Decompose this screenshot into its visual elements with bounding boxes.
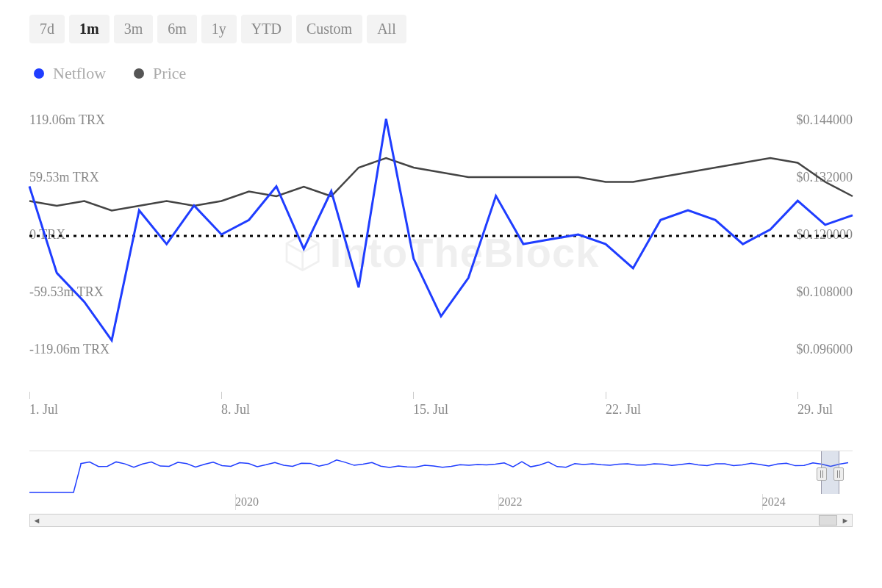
- tab-ytd[interactable]: YTD: [241, 15, 292, 43]
- scroll-left-button[interactable]: ◄: [30, 514, 43, 526]
- x-tick-2: 15. Jul: [413, 402, 448, 417]
- tab-custom[interactable]: Custom: [296, 15, 362, 43]
- tab-all[interactable]: All: [367, 15, 406, 43]
- tab-3m[interactable]: 3m: [114, 15, 154, 43]
- tab-1m[interactable]: 1m: [69, 15, 110, 43]
- legend-label-price: Price: [153, 64, 186, 83]
- navigator-handle-right[interactable]: [833, 467, 844, 481]
- legend-dot-price-icon: [134, 68, 144, 79]
- x-tick-1: 8. Jul: [221, 402, 250, 417]
- x-axis: 1. Jul 8. Jul 15. Jul 22. Jul 29. Jul: [29, 392, 853, 421]
- navigator-window[interactable]: [821, 451, 839, 494]
- nav-tick-1: 2022: [498, 495, 522, 509]
- x-tick-3: 22. Jul: [606, 402, 641, 417]
- navigator[interactable]: 2020 2022 2024 ◄ ►: [29, 451, 853, 512]
- nav-tick-2: 2024: [762, 495, 786, 509]
- x-tick-4: 29. Jul: [797, 402, 833, 417]
- tab-6m[interactable]: 6m: [157, 15, 197, 43]
- legend-dot-netflow-icon: [34, 68, 44, 79]
- main-chart[interactable]: IntoTheBlock 119.06m TRX 59.53m TRX 0 TR…: [29, 120, 853, 384]
- plot-svg: [29, 120, 853, 384]
- x-tick-0: 1. Jul: [29, 402, 58, 417]
- nav-tick-0: 2020: [235, 495, 259, 509]
- navigator-line: [29, 460, 848, 492]
- navigator-scrollbar[interactable]: ◄ ►: [29, 514, 853, 527]
- legend-item-netflow[interactable]: Netflow: [34, 64, 106, 83]
- netflow-series-line: [29, 119, 853, 340]
- navigator-handle-left[interactable]: [817, 467, 827, 481]
- legend-label-netflow: Netflow: [53, 64, 106, 83]
- scroll-thumb[interactable]: [819, 515, 837, 526]
- tab-1y[interactable]: 1y: [201, 15, 237, 43]
- price-series-line: [29, 158, 853, 211]
- legend-item-price[interactable]: Price: [134, 64, 186, 83]
- legend: Netflow Price: [29, 64, 853, 83]
- navigator-svg: [29, 451, 853, 494]
- scroll-right-button[interactable]: ►: [839, 514, 852, 526]
- tab-7d[interactable]: 7d: [29, 15, 65, 43]
- timeframe-tabs: 7d 1m 3m 6m 1y YTD Custom All: [29, 15, 853, 43]
